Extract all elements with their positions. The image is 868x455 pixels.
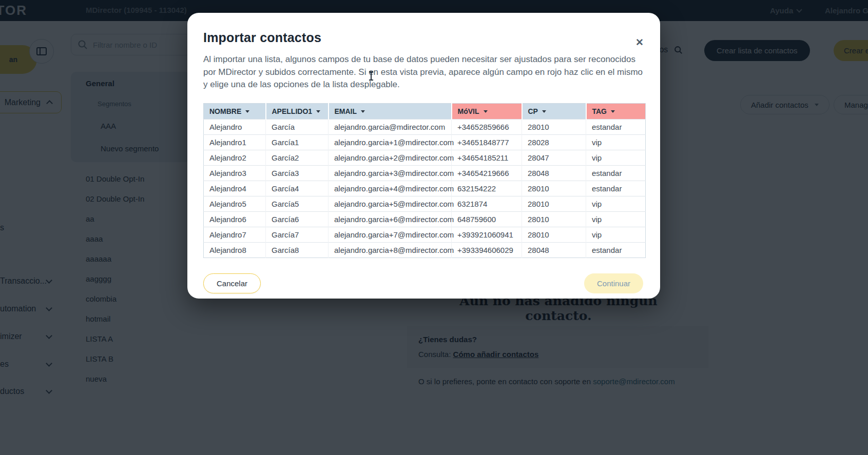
column-header-cp[interactable]: CP — [522, 103, 586, 119]
cell: vip — [586, 150, 646, 165]
table-row: Alejandro1García1alejandro.garcia+1@mdir… — [204, 134, 646, 150]
caret-down-icon — [542, 110, 546, 113]
cell: alejandro.garcia+6@mdirector.com — [329, 211, 452, 227]
cell: 28048 — [522, 165, 586, 181]
cell: 6321874 — [452, 196, 522, 211]
cell: Alejandro2 — [204, 150, 266, 165]
cell: alejandro.garcia+7@mdirector.com — [329, 227, 452, 242]
modal-description: Al importar una lista, algunos campos de… — [203, 53, 646, 91]
cell: estandar — [586, 181, 646, 196]
table-row: Alejandro3García3alejandro.garcia+3@mdir… — [204, 165, 646, 181]
table-row: AlejandroGarcíaalejandro.garcia@mdirecto… — [204, 119, 646, 134]
cell: García8 — [266, 242, 329, 258]
cell: alejandro.garcia@mdirector.com — [329, 119, 452, 134]
cell: vip — [586, 227, 646, 242]
cell: vip — [586, 196, 646, 211]
column-header-tag[interactable]: TAG — [586, 103, 646, 119]
cell: estandar — [586, 119, 646, 134]
cell: 648759600 — [452, 211, 522, 227]
import-preview-table: NOMBRE APELLIDO1 EMAIL MóVIL CP TAG Alej… — [203, 103, 646, 258]
column-label: APELLIDO1 — [272, 107, 313, 115]
import-contacts-modal: Importar contactos ✕ Al importar una lis… — [187, 13, 660, 299]
cell: 28010 — [522, 181, 586, 196]
column-label: TAG — [592, 107, 607, 115]
cell: Alejandro8 — [204, 242, 266, 258]
table-row: Alejandro7García7alejandro.garcia+7@mdir… — [204, 227, 646, 242]
cell: estandar — [586, 242, 646, 258]
cell: García4 — [266, 181, 329, 196]
text-cursor — [371, 71, 372, 81]
modal-footer: Cancelar Continuar — [203, 273, 643, 293]
table-row: Alejandro5García5alejandro.garcia+5@mdir… — [204, 196, 646, 211]
cell: 28010 — [522, 196, 586, 211]
table-row: Alejandro4García4alejandro.garcia+4@mdir… — [204, 181, 646, 196]
cell: Alejandro7 — [204, 227, 266, 242]
cell: alejandro.garcia+4@mdirector.com — [329, 181, 452, 196]
table-row: Alejandro8García8alejandro.garcia+8@mdir… — [204, 242, 646, 258]
cancel-button[interactable]: Cancelar — [203, 273, 261, 293]
column-label: NOMBRE — [209, 107, 241, 115]
cell: +34651848777 — [452, 134, 522, 150]
caret-down-icon — [245, 110, 249, 113]
cell: Alejandro1 — [204, 134, 266, 150]
cell: 28010 — [522, 211, 586, 227]
cell: García7 — [266, 227, 329, 242]
cell: alejandro.garcia+8@mdirector.com — [329, 242, 452, 258]
cell: vip — [586, 134, 646, 150]
close-icon[interactable]: ✕ — [635, 36, 644, 48]
cell: +34652859666 — [452, 119, 522, 134]
cell: García6 — [266, 211, 329, 227]
cell: +34654185211 — [452, 150, 522, 165]
cell: García1 — [266, 134, 329, 150]
column-label: CP — [528, 107, 538, 115]
column-header-nombre[interactable]: NOMBRE — [204, 103, 266, 119]
table-row: Alejandro6García6alejandro.garcia+6@mdir… — [204, 211, 646, 227]
cell: 28047 — [522, 150, 586, 165]
caret-down-icon — [611, 110, 615, 113]
continue-button[interactable]: Continuar — [584, 273, 643, 293]
cell: alejandro.garcia+1@mdirector.com — [329, 134, 452, 150]
cell: 28048 — [522, 242, 586, 258]
cell: +34654219666 — [452, 165, 522, 181]
cell: +393921060941 — [452, 227, 522, 242]
caret-down-icon — [484, 110, 488, 113]
caret-down-icon — [361, 110, 365, 113]
table-header-row: NOMBRE APELLIDO1 EMAIL MóVIL CP TAG — [204, 103, 646, 119]
cell: Alejandro5 — [204, 196, 266, 211]
column-header-apellido1[interactable]: APELLIDO1 — [266, 103, 329, 119]
cell: vip — [586, 211, 646, 227]
cell: alejandro.garcia+3@mdirector.com — [329, 165, 452, 181]
cell: 28010 — [522, 119, 586, 134]
cell: García — [266, 119, 329, 134]
caret-down-icon — [316, 110, 320, 113]
column-header-movil[interactable]: MóVIL — [452, 103, 522, 119]
cell: 28010 — [522, 227, 586, 242]
cell: 632154222 — [452, 181, 522, 196]
cell: Alejandro4 — [204, 181, 266, 196]
cell: García3 — [266, 165, 329, 181]
cell: 28028 — [522, 134, 586, 150]
cell: +393394606029 — [452, 242, 522, 258]
cell: alejandro.garcia+2@mdirector.com — [329, 150, 452, 165]
cell: García2 — [266, 150, 329, 165]
cell: Alejandro — [204, 119, 266, 134]
cell: alejandro.garcia+5@mdirector.com — [329, 196, 452, 211]
modal-title: Importar contactos — [203, 30, 644, 45]
column-label: EMAIL — [335, 107, 357, 115]
cell: Alejandro6 — [204, 211, 266, 227]
table-row: Alejandro2García2alejandro.garcia+2@mdir… — [204, 150, 646, 165]
column-label: MóVIL — [458, 107, 479, 115]
column-header-email[interactable]: EMAIL — [329, 103, 452, 119]
cell: García5 — [266, 196, 329, 211]
cell: Alejandro3 — [204, 165, 266, 181]
cell: estandar — [586, 165, 646, 181]
